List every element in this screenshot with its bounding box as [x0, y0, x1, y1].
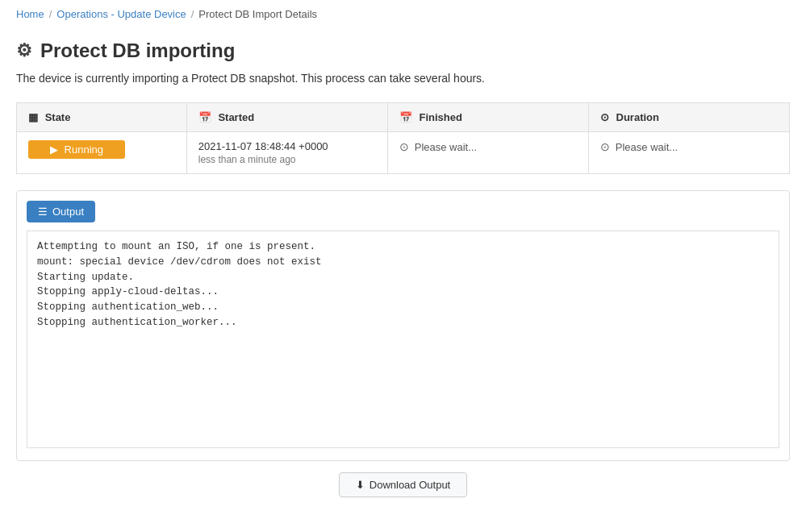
finished-cell: ⊙ Please wait... [387, 132, 588, 174]
output-button[interactable]: ☰ Output [27, 201, 95, 222]
breadcrumb-home[interactable]: Home [16, 8, 44, 20]
col-header-finished: 📅 Finished [387, 103, 588, 132]
output-header: ☰ Output [27, 201, 779, 222]
status-table: ▦ State 📅 Started 📅 Finished ⊙ Duration … [16, 102, 790, 174]
started-cell: 2021-11-07 18:48:44 +0000 less than a mi… [186, 132, 387, 174]
duration-value: Please wait... [616, 141, 678, 153]
col-header-state: ▦ State [17, 103, 187, 132]
list-icon: ☰ [38, 206, 48, 218]
breadcrumb-current: Protect DB Import Details [198, 8, 317, 20]
clock-icon-duration: ⊙ [600, 140, 610, 153]
clock-icon-finished: ⊙ [399, 140, 409, 153]
breadcrumb-sep-1: / [49, 8, 52, 20]
calendar-icon: 📅 [198, 111, 211, 123]
clock-icon-header: ⊙ [600, 111, 609, 123]
play-icon: ▶ [50, 143, 58, 156]
table-icon: ▦ [28, 111, 38, 123]
page-title: ⚙ Protect DB importing [16, 39, 790, 62]
started-ago: less than a minute ago [198, 154, 376, 165]
running-badge: ▶ Running [28, 140, 125, 159]
output-textarea[interactable] [27, 231, 779, 448]
download-output-button[interactable]: ⬇ Download Output [339, 472, 467, 497]
output-panel: ☰ Output [16, 190, 790, 461]
duration-cell: ⊙ Please wait... [588, 132, 789, 174]
breadcrumb-operations[interactable]: Operations - Update Device [56, 8, 186, 20]
started-time: 2021-11-07 18:48:44 +0000 [198, 140, 376, 152]
calendar-icon-2: 📅 [399, 111, 412, 123]
state-cell: ▶ Running [17, 132, 187, 174]
download-icon: ⬇ [356, 479, 365, 491]
col-header-duration: ⊙ Duration [588, 103, 789, 132]
breadcrumb: Home / Operations - Update Device / Prot… [16, 8, 790, 20]
download-area: ⬇ Download Output [16, 472, 790, 497]
table-row: ▶ Running 2021-11-07 18:48:44 +0000 less… [17, 132, 790, 174]
finished-value: Please wait... [415, 141, 477, 153]
gear-icon: ⚙ [16, 40, 32, 61]
breadcrumb-sep-2: / [191, 8, 194, 20]
col-header-started: 📅 Started [186, 103, 387, 132]
page-description: The device is currently importing a Prot… [16, 72, 790, 85]
